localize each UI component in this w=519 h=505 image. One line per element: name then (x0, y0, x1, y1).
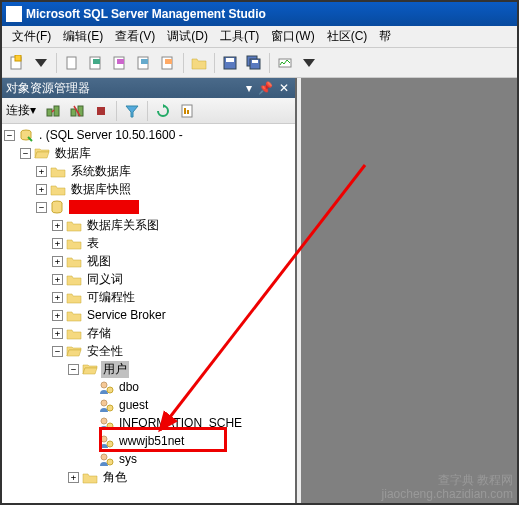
svg-rect-12 (226, 58, 234, 62)
svg-point-27 (101, 382, 107, 388)
expand-icon[interactable]: + (36, 184, 47, 195)
save-all-button[interactable] (243, 52, 265, 74)
expand-icon[interactable]: + (52, 292, 63, 303)
user-dbo[interactable]: dbo (117, 380, 141, 394)
folder-icon (66, 308, 82, 322)
user-guest[interactable]: guest (117, 398, 150, 412)
svg-point-32 (107, 423, 113, 429)
system-databases-folder[interactable]: 系统数据库 (69, 163, 133, 180)
svg-rect-21 (97, 107, 105, 115)
db-snapshots-folder[interactable]: 数据库快照 (69, 181, 133, 198)
expand-icon[interactable]: + (52, 238, 63, 249)
new-query-button[interactable] (6, 52, 28, 74)
server-icon (18, 128, 34, 142)
database-icon (50, 200, 66, 214)
title-bar: Microsoft SQL Server Management Studio (2, 2, 517, 26)
menu-help[interactable]: 帮 (373, 26, 397, 47)
panel-close-icon[interactable]: ✕ (277, 81, 291, 95)
script-button-3[interactable] (133, 52, 155, 74)
menu-edit[interactable]: 编辑(E) (57, 26, 109, 47)
folder-open-icon (66, 344, 82, 358)
folder-open-icon (82, 362, 98, 376)
svg-rect-10 (165, 59, 172, 64)
panel-toolbar: 连接▾ (2, 98, 295, 124)
connect-button[interactable]: 连接▾ (6, 102, 36, 119)
folder-icon (82, 470, 98, 484)
menu-community[interactable]: 社区(C) (321, 26, 374, 47)
programmability-folder[interactable]: 可编程性 (85, 289, 137, 306)
collapse-icon[interactable]: − (68, 364, 79, 375)
svg-rect-17 (47, 109, 52, 116)
tree-view[interactable]: −. (SQL Server 10.50.1600 - −数据库 +系统数据库 … (2, 124, 295, 503)
save-button[interactable] (219, 52, 241, 74)
object-explorer-panel: 对象资源管理器 ▾ 📌 ✕ 连接▾ −. (SQL Server 1 (2, 78, 297, 503)
svg-rect-24 (187, 110, 189, 114)
users-folder[interactable]: 用户 (101, 361, 129, 378)
expand-icon[interactable]: + (36, 166, 47, 177)
filter-button[interactable] (121, 100, 143, 122)
activity-monitor-button[interactable] (274, 52, 296, 74)
refresh-button[interactable] (152, 100, 174, 122)
script-button-4[interactable] (157, 52, 179, 74)
collapse-icon[interactable]: − (36, 202, 47, 213)
folder-icon (66, 326, 82, 340)
expand-icon[interactable]: + (68, 472, 79, 483)
svg-point-29 (101, 400, 107, 406)
toolbar-more[interactable] (298, 52, 320, 74)
roles-folder[interactable]: 角色 (101, 469, 129, 486)
synonyms-folder[interactable]: 同义词 (85, 271, 125, 288)
svg-rect-4 (93, 59, 100, 64)
toolbar-dropdown[interactable] (30, 52, 52, 74)
stop-button[interactable] (90, 100, 112, 122)
script-button-1[interactable] (85, 52, 107, 74)
expand-icon[interactable]: + (52, 274, 63, 285)
main-toolbar (2, 48, 517, 78)
user-icon (98, 380, 114, 394)
service-broker-folder[interactable]: Service Broker (85, 308, 168, 322)
db-diagrams-folder[interactable]: 数据库关系图 (85, 217, 161, 234)
views-folder[interactable]: 视图 (85, 253, 113, 270)
menu-bar: 文件(F) 编辑(E) 查看(V) 调试(D) 工具(T) 窗口(W) 社区(C… (2, 26, 517, 48)
folder-icon (66, 272, 82, 286)
security-folder[interactable]: 安全性 (85, 343, 125, 360)
tables-folder[interactable]: 表 (85, 235, 101, 252)
menu-debug[interactable]: 调试(D) (161, 26, 214, 47)
connect-icon-button[interactable] (42, 100, 64, 122)
open-folder-button[interactable] (188, 52, 210, 74)
script-button-2[interactable] (109, 52, 131, 74)
collapse-icon[interactable]: − (52, 346, 63, 357)
expand-icon[interactable]: + (52, 220, 63, 231)
expand-icon[interactable]: + (52, 310, 63, 321)
disconnect-icon-button[interactable] (66, 100, 88, 122)
databases-folder[interactable]: 数据库 (53, 145, 93, 162)
collapse-icon[interactable]: − (20, 148, 31, 159)
redacted-db[interactable] (69, 200, 139, 214)
report-button[interactable] (176, 100, 198, 122)
collapse-icon[interactable]: − (4, 130, 15, 141)
svg-rect-2 (67, 57, 76, 69)
svg-point-30 (107, 405, 113, 411)
panel-pin-icon[interactable]: 📌 (256, 81, 275, 95)
menu-window[interactable]: 窗口(W) (265, 26, 320, 47)
folder-icon (66, 254, 82, 268)
user-information-schema[interactable]: INFORMATION_SCHE (117, 416, 244, 430)
window-title: Microsoft SQL Server Management Studio (26, 7, 266, 21)
svg-rect-23 (184, 108, 186, 114)
svg-rect-15 (252, 60, 258, 63)
svg-point-31 (101, 418, 107, 424)
expand-icon[interactable]: + (52, 328, 63, 339)
user-icon (98, 416, 114, 430)
server-node[interactable]: . (SQL Server 10.50.1600 - (37, 128, 185, 142)
menu-tools[interactable]: 工具(T) (214, 26, 265, 47)
new-file-button[interactable] (61, 52, 83, 74)
svg-point-33 (101, 436, 107, 442)
storage-folder[interactable]: 存储 (85, 325, 113, 342)
menu-file[interactable]: 文件(F) (6, 26, 57, 47)
user-wwwjb51net[interactable]: wwwjb51net (117, 434, 186, 448)
panel-dropdown-icon[interactable]: ▾ (244, 81, 254, 95)
user-sys[interactable]: sys (117, 452, 139, 466)
user-icon (98, 398, 114, 412)
panel-header: 对象资源管理器 ▾ 📌 ✕ (2, 78, 295, 98)
expand-icon[interactable]: + (52, 256, 63, 267)
menu-view[interactable]: 查看(V) (109, 26, 161, 47)
